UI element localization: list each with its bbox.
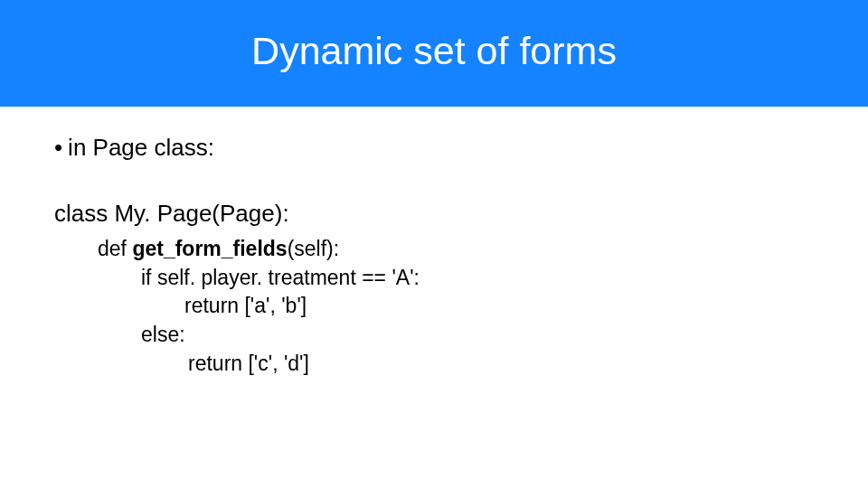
code-return-a: return ['a', 'b'] xyxy=(141,292,814,321)
code-if-line: if self. player. treatment == 'A': xyxy=(141,264,814,293)
page-title: Dynamic set of forms xyxy=(251,29,617,73)
bullet-item: •in Page class: xyxy=(54,134,814,162)
bullet-dot: • xyxy=(54,134,62,162)
method-name: get_form_fields xyxy=(132,237,287,260)
def-args: (self): xyxy=(288,237,340,260)
slide-header: Dynamic set of forms xyxy=(0,0,868,107)
code-if-block: if self. player. treatment == 'A': retur… xyxy=(98,264,814,379)
code-class-line: class My. Page(Page): xyxy=(54,200,814,228)
code-def-line: def get_form_fields(self): xyxy=(98,235,814,264)
code-body: def get_form_fields(self): if self. play… xyxy=(54,235,814,379)
code-return-c: return ['c', 'd'] xyxy=(141,350,814,379)
bullet-text: in Page class: xyxy=(68,134,214,161)
slide-content: •in Page class: class My. Page(Page): de… xyxy=(0,107,868,379)
code-else-line: else: xyxy=(141,321,814,350)
def-keyword: def xyxy=(98,237,132,260)
